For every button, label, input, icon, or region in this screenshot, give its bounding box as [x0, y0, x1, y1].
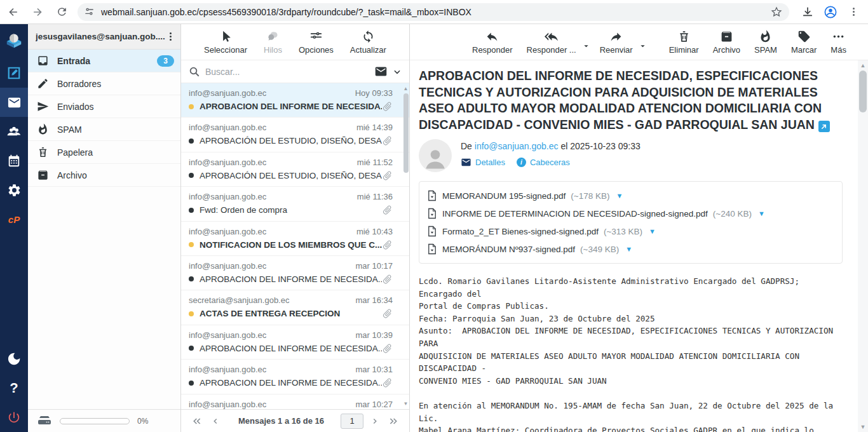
unread-dot-icon[interactable] — [189, 311, 194, 316]
search-input[interactable] — [205, 67, 369, 77]
read-dot-icon[interactable] — [189, 346, 194, 351]
pdf-file-icon — [427, 226, 437, 237]
folder-spam[interactable]: SPAM — [28, 118, 180, 141]
archive-button[interactable]: Archivo — [708, 27, 745, 57]
message-row[interactable]: info@sanjuan.gob.ecmar 10:27 — [181, 395, 409, 409]
folder-papelera[interactable]: Papelera — [28, 141, 180, 164]
reply-all-icon — [545, 30, 558, 43]
attachment-menu-caret[interactable]: ▼ — [625, 245, 632, 253]
content-scrollbar[interactable]: ▲ ▼ — [858, 60, 868, 432]
more-button[interactable]: Más — [825, 27, 851, 57]
address-bar[interactable]: webmail.sanjuan.gob.ec/cpsess4569390018/… — [78, 3, 789, 21]
rail-help-button[interactable]: ? — [0, 374, 28, 403]
page-number-input[interactable] — [341, 414, 363, 429]
search-scope-mail-icon[interactable] — [374, 65, 388, 78]
options-button[interactable]: Opciones — [294, 27, 339, 57]
message-subject: APROBACION DEL INFORME DE NECESIDA... — [200, 378, 382, 388]
message-row[interactable]: info@sanjuan.gob.ecHoy 09:33 APROBACION … — [181, 83, 409, 118]
message-row[interactable]: info@sanjuan.gob.ecmié 11:36 Fwd: Orden … — [181, 187, 409, 221]
message-row[interactable]: info@sanjuan.gob.ecmié 10:43 NOTIFICACIO… — [181, 222, 409, 256]
cpanel-logo[interactable]: cP — [0, 205, 28, 234]
select-button[interactable]: Seleccionar — [199, 27, 252, 57]
rail-calendar-button[interactable] — [0, 146, 28, 175]
browser-menu-button[interactable] — [843, 1, 864, 23]
attachment-menu-caret[interactable]: ▼ — [616, 192, 623, 199]
rail-mail-button[interactable] — [0, 88, 28, 117]
open-in-new-window-button[interactable] — [818, 121, 830, 132]
message-row[interactable]: info@sanjuan.gob.ecmié 11:52 APROBACIÓN … — [181, 152, 409, 187]
forward-button[interactable]: Reenviar — [595, 27, 638, 57]
rail-logout-button[interactable] — [0, 403, 28, 432]
unread-dot-icon[interactable] — [189, 242, 194, 247]
attachment-menu-caret[interactable]: ▼ — [649, 227, 656, 235]
rail-compose-button[interactable] — [0, 58, 28, 88]
threads-button[interactable]: Hilos — [259, 27, 287, 57]
list-scrollbar-thumb[interactable] — [403, 93, 409, 173]
external-link-icon — [820, 123, 827, 130]
last-page-button[interactable] — [384, 414, 403, 429]
content-scrollbar-thumb[interactable] — [859, 71, 867, 112]
account-menu-button[interactable] — [166, 30, 175, 43]
spam-button[interactable]: SPAM — [749, 27, 782, 57]
browser-forward-button[interactable] — [27, 1, 48, 23]
read-dot-icon[interactable] — [189, 173, 194, 178]
message-row[interactable]: info@sanjuan.gob.ecmié 14:39 APROBACIÓN … — [181, 118, 409, 152]
unread-dot-icon[interactable] — [189, 104, 194, 109]
fire-icon — [759, 30, 772, 43]
select-label: Seleccionar — [204, 46, 247, 54]
browser-back-button[interactable] — [3, 1, 24, 23]
downloads-button[interactable] — [797, 1, 818, 23]
read-dot-icon[interactable] — [189, 208, 194, 213]
forward-arrow-icon — [31, 6, 44, 18]
folder-label: Borradores — [57, 79, 174, 89]
scroll-down-icon[interactable]: ▼ — [403, 401, 409, 407]
attachment-item[interactable]: Formato_2_ET Bienes-signed-signed.pdf (~… — [427, 222, 834, 240]
profile-button[interactable] — [820, 1, 841, 23]
folder-archivo[interactable]: Archivo — [28, 164, 180, 187]
sync-icon — [362, 30, 375, 43]
headers-link[interactable]: i Cabeceras — [517, 158, 570, 167]
sender-email-link[interactable]: info@sanjuan.gob.ec — [475, 141, 559, 151]
rail-contacts-button[interactable] — [0, 117, 28, 146]
folder-borradores[interactable]: Borradores — [28, 72, 180, 95]
mark-label: Marcar — [791, 46, 817, 54]
message-row[interactable]: info@sanjuan.gob.ecmar 10:31 APROBACION … — [181, 360, 409, 394]
scroll-up-icon[interactable]: ▲ — [403, 86, 409, 91]
scroll-up-icon[interactable]: ▲ — [858, 62, 868, 69]
threads-label: Hilos — [264, 46, 282, 54]
message-row[interactable]: info@sanjuan.gob.ecmar 10:39 APROBACION … — [181, 325, 409, 360]
first-page-button[interactable] — [187, 414, 207, 429]
next-page-button[interactable] — [366, 414, 384, 428]
prev-page-button[interactable] — [207, 414, 224, 428]
delete-button[interactable]: Eliminar — [664, 27, 704, 57]
folder-enviados[interactable]: Enviados — [28, 95, 180, 118]
read-dot-icon[interactable] — [189, 276, 194, 281]
search-options-chevron-icon[interactable] — [393, 67, 402, 76]
browser-refresh-button[interactable] — [51, 1, 72, 23]
message-row[interactable]: secretaria@sanjuan.gob.ecmar 16:34 ACTAS… — [181, 290, 409, 325]
message-row[interactable]: info@sanjuan.gob.ecmar 10:17 APROBACION … — [181, 256, 409, 290]
scroll-down-icon[interactable]: ▼ — [858, 424, 868, 430]
bookmark-star-icon[interactable] — [770, 6, 783, 18]
list-scrollbar[interactable]: ▲ ▼ — [403, 84, 409, 408]
message-date: mar 10:27 — [355, 400, 393, 409]
forward-menu-caret[interactable] — [639, 41, 646, 52]
attachment-item[interactable]: MEMORANDUM 195-signed.pdf (~178 KB) ▼ — [427, 187, 834, 205]
reply-button[interactable]: Responder — [467, 27, 518, 57]
details-link[interactable]: Detalles — [461, 157, 505, 168]
refresh-button[interactable]: Actualizar — [345, 27, 391, 57]
attachment-item[interactable]: INFORME DE DETERMINACION DE NECESIDAD-si… — [427, 205, 834, 222]
read-dot-icon[interactable] — [189, 138, 194, 144]
read-dot-icon[interactable] — [189, 381, 194, 386]
rail-settings-button[interactable] — [0, 175, 28, 205]
attachment-menu-caret[interactable]: ▼ — [758, 210, 765, 217]
pagination-bar: Mensajes 1 a 16 de 16 — [181, 409, 409, 432]
trash-icon — [37, 146, 49, 158]
reply-all-button[interactable]: Responder ... — [522, 27, 581, 57]
mark-button[interactable]: Marcar — [786, 27, 822, 57]
rail-darkmode-button[interactable] — [0, 344, 28, 374]
reply-all-menu-caret[interactable] — [583, 41, 590, 52]
attachment-item[interactable]: MEMORÁNDUM Nº937-signed.pdf (~349 KB) ▼ — [427, 240, 834, 258]
folder-entrada[interactable]: Entrada 3 — [28, 50, 180, 72]
folders-panel: jesusgavilanes@sanjuan.gob.... Entrada 3… — [28, 24, 181, 432]
